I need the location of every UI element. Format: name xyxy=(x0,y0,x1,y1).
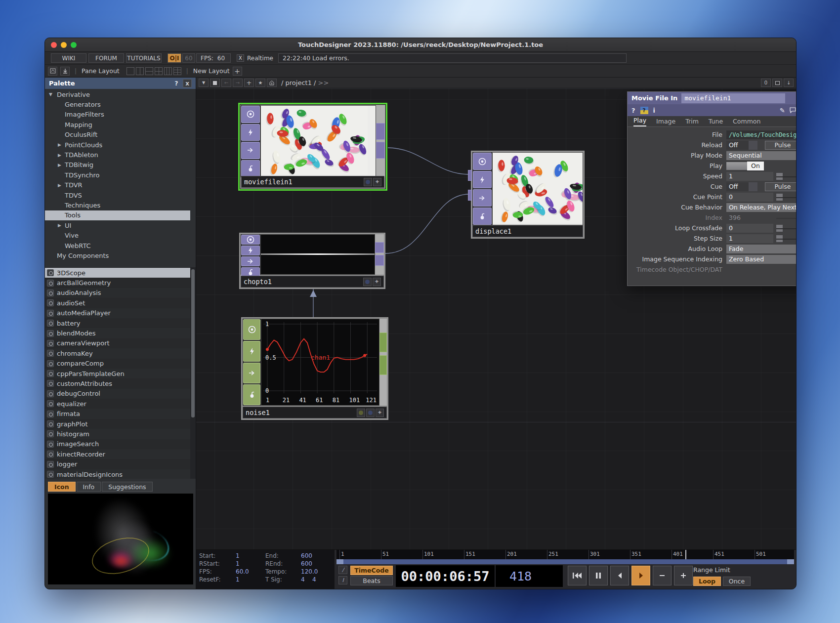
menu-link-forum[interactable]: FORUM xyxy=(88,53,124,63)
param-value-cue-point[interactable]: 0 xyxy=(726,193,773,202)
param-tab-play[interactable]: Play xyxy=(633,117,646,126)
chevron-down-icon[interactable]: ▼ xyxy=(49,92,52,97)
palette-tree-item-mapping[interactable]: Mapping xyxy=(45,120,190,129)
timeline-range-bar[interactable] xyxy=(336,559,794,564)
play-button[interactable] xyxy=(631,566,650,585)
palette-item-blendmodes[interactable]: blendModes xyxy=(45,328,190,338)
bypass-flag-icon[interactable] xyxy=(473,171,492,188)
palette-tree-item-oculusrift[interactable]: OculusRift xyxy=(45,130,190,140)
export-flag-icon[interactable] xyxy=(243,363,260,383)
timeline-value-resetf-[interactable]: 1 xyxy=(236,576,240,583)
viewer-flag-icon[interactable] xyxy=(243,319,260,340)
param-dropdown-play-mode[interactable]: Sequential▼ xyxy=(726,151,796,160)
network-path[interactable]: / project1 / >> xyxy=(281,79,329,86)
beats-mode-button[interactable]: Beats xyxy=(350,576,393,585)
palette-item-debugcontrol[interactable]: debugControl xyxy=(45,389,190,399)
comment-icon[interactable] xyxy=(790,107,796,114)
chevron-right-icon[interactable]: ▶ xyxy=(58,223,61,228)
node-name-label[interactable]: displace1 xyxy=(475,227,511,235)
viewer-flag-icon[interactable] xyxy=(241,106,260,123)
collapse-pane-icon[interactable]: ↓ xyxy=(784,79,794,87)
param-pulse-reload[interactable]: Pulse xyxy=(765,141,796,150)
palette-close-button[interactable]: x xyxy=(183,79,192,87)
node-flag-button[interactable]: ✦ xyxy=(373,278,381,286)
menu-link-wiki[interactable]: WIKI xyxy=(51,53,86,63)
timeline-i-button[interactable]: I xyxy=(338,576,347,584)
timeline-value-tempo-[interactable]: 120.0 xyxy=(301,568,318,575)
save-layout-icon[interactable] xyxy=(60,67,70,76)
node-name-label[interactable]: moviefilein1 xyxy=(244,178,293,186)
param-switch-play[interactable] xyxy=(726,162,747,170)
chevron-right-icon[interactable]: ▶ xyxy=(58,142,61,147)
param-value-cue[interactable]: Off xyxy=(726,182,748,191)
palette-tree-item-tools[interactable]: Tools xyxy=(45,210,190,220)
palette-tree-item-ui[interactable]: ▶UI xyxy=(45,220,190,230)
palette-tree-item-techniques[interactable]: Techniques xyxy=(45,200,190,210)
menu-link-tutorials[interactable]: TUTORIALS xyxy=(126,53,162,63)
timeline-value-rend-[interactable]: 600 xyxy=(301,560,312,567)
palette-item-battery[interactable]: battery xyxy=(45,318,190,328)
fps-field[interactable]: FPS: 60 xyxy=(196,53,231,63)
param-value-speed[interactable]: 1 xyxy=(726,172,773,181)
skip-to-start-button[interactable] xyxy=(568,566,587,585)
pause-button[interactable] xyxy=(589,566,608,585)
node-moviefilein1[interactable]: moviefilein1 ✦ xyxy=(238,103,387,191)
export-flag-icon[interactable] xyxy=(241,256,260,266)
node-comment-button[interactable] xyxy=(363,278,372,286)
pane-stop-icon[interactable] xyxy=(210,79,220,87)
window-placement-icon[interactable] xyxy=(48,67,57,76)
palette-tree-item-tdbitwig[interactable]: ▶TDBitwig xyxy=(45,160,190,170)
node-name-label[interactable]: noise1 xyxy=(246,409,270,416)
palette-item-histogram[interactable]: histogram xyxy=(45,429,190,439)
displace1-input-2[interactable] xyxy=(468,190,472,201)
palette-item-audioanalysis[interactable]: audioAnalysis xyxy=(45,288,190,298)
node-comment-button[interactable] xyxy=(366,409,375,417)
node-displace1[interactable]: displace1 xyxy=(471,151,585,239)
timeline-slash-button[interactable]: / xyxy=(338,566,347,574)
param-value-file[interactable]: /Volumes/TouchDesigner_Pr xyxy=(726,130,796,139)
zoom-window-button[interactable] xyxy=(71,42,77,48)
history-back-icon[interactable]: ← xyxy=(221,79,231,87)
step-back-button[interactable] xyxy=(610,566,629,585)
palette-item-automediaplayer[interactable]: autoMediaPlayer xyxy=(45,308,190,318)
node-viewer-button[interactable] xyxy=(357,409,365,417)
node-comment-button[interactable] xyxy=(364,178,372,186)
decrement-button[interactable] xyxy=(653,566,672,585)
palette-item-arcballgeometry[interactable]: arcBallGeometry xyxy=(45,278,190,288)
viewer-flag-icon[interactable] xyxy=(241,235,260,245)
palette-tree-item-imagefilters[interactable]: ImageFilters xyxy=(45,110,190,120)
palette-tab-info[interactable]: Info xyxy=(77,482,101,492)
chevron-right-icon[interactable]: ▶ xyxy=(58,183,61,188)
palette-tree-item-vive[interactable]: Vive xyxy=(45,230,190,240)
title-bar[interactable]: TouchDesigner 2023.11880: /Users/reeck/D… xyxy=(45,38,796,52)
help-icon[interactable]: ? xyxy=(631,107,635,114)
bypass-flag-icon[interactable] xyxy=(241,124,260,141)
palette-item-3dscope[interactable]: 3DScope xyxy=(45,268,190,278)
palette-item-materialdesignicons[interactable]: materialDesignIcons xyxy=(45,469,190,479)
palette-item-customattributes[interactable]: customAttributes xyxy=(45,378,190,388)
param-value-loop-crossfade[interactable]: 0 xyxy=(726,224,773,233)
palette-tree-item-webrtc[interactable]: WebRTC xyxy=(45,241,190,250)
oi-toggle-button[interactable]: O|I xyxy=(168,53,181,63)
param-tab-image[interactable]: Image xyxy=(656,118,675,126)
bypass-flag-icon[interactable] xyxy=(243,341,260,362)
palette-item-logger[interactable]: logger xyxy=(45,459,190,469)
palette-tree-item-pointclouds[interactable]: ▶PointClouds xyxy=(45,140,190,150)
node-flag-button[interactable]: ✦ xyxy=(373,178,381,186)
timeline-value-end-[interactable]: 600 xyxy=(301,552,312,559)
realtime-checkbox[interactable]: X xyxy=(237,54,244,62)
param-toggle-reload[interactable] xyxy=(748,141,757,150)
param-value-reload[interactable]: Off xyxy=(726,141,748,150)
bypass-flag-icon[interactable] xyxy=(241,246,260,255)
pane-layout-preset-4[interactable] xyxy=(155,67,163,75)
palette-item-cameraviewport[interactable]: cameraViewport xyxy=(45,338,190,348)
palette-tree-item-tdableton[interactable]: ▶TDAbleton xyxy=(45,150,190,160)
palette-item-graphplot[interactable]: graphPlot xyxy=(45,419,190,429)
palette-tab-suggestions[interactable]: Suggestions xyxy=(102,482,152,492)
param-pulse-cue[interactable]: Pulse xyxy=(765,182,796,191)
palette-item-imagesearch[interactable]: imageSearch xyxy=(45,439,190,449)
lock-flag-icon[interactable] xyxy=(243,384,260,405)
node-flag-button[interactable]: ✦ xyxy=(376,409,384,417)
network-canvas[interactable]: moviefilein1 ✦ xyxy=(196,88,796,549)
operator-name-field[interactable]: moviefilein1 xyxy=(681,93,785,103)
